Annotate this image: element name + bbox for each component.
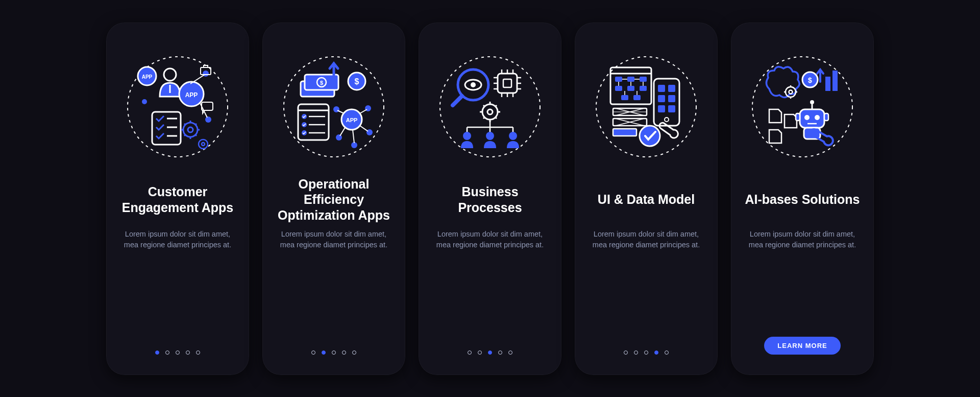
- card-description: Lorem ipsum dolor sit dim amet, mea regi…: [587, 229, 705, 250]
- card-description: Lorem ipsum dolor sit dim amet, mea regi…: [431, 229, 549, 250]
- svg-rect-116: [668, 95, 675, 102]
- svg-text:$: $: [320, 80, 323, 86]
- pager-dot-2[interactable]: [634, 351, 638, 355]
- business-processes-icon: [436, 53, 544, 160]
- pager-dot-5[interactable]: [665, 351, 669, 355]
- ai-solutions-icon: $: [749, 53, 856, 160]
- svg-point-142: [815, 115, 820, 120]
- svg-rect-113: [658, 85, 665, 92]
- svg-rect-100: [615, 86, 622, 91]
- pager-dot-1[interactable]: [155, 351, 159, 355]
- card-title: AI-bases Solutions: [745, 176, 860, 224]
- svg-point-130: [786, 87, 796, 97]
- svg-point-49: [366, 129, 373, 135]
- pager-dot-1[interactable]: [624, 351, 628, 355]
- svg-point-76: [482, 104, 498, 120]
- svg-line-53: [360, 109, 367, 113]
- card-business-processes: Business Processes Lorem ipsum dolor sit…: [419, 22, 561, 375]
- pager-dot-5[interactable]: [508, 351, 512, 355]
- svg-line-59: [453, 96, 462, 105]
- svg-rect-118: [668, 105, 675, 112]
- pager-dot-5[interactable]: [196, 351, 200, 355]
- learn-more-button[interactable]: LEARN MORE: [764, 337, 840, 355]
- svg-rect-138: [825, 77, 830, 91]
- pager-dot-1[interactable]: [311, 351, 315, 355]
- svg-text:APP: APP: [142, 74, 153, 80]
- svg-line-56: [353, 130, 354, 143]
- pager-dot-4[interactable]: [654, 351, 658, 355]
- pager-dot-4[interactable]: [186, 351, 190, 355]
- card-description: Lorem ipsum dolor sit dim amet, mea regi…: [743, 229, 862, 250]
- card-title: Customer Engagement Apps: [118, 176, 237, 224]
- svg-point-131: [789, 90, 793, 94]
- svg-rect-117: [658, 105, 665, 112]
- onboarding-card-row: APP APP: [91, 22, 889, 375]
- card-ai-solutions: $: [731, 22, 874, 375]
- pager-dot-3[interactable]: [644, 351, 648, 355]
- operational-efficiency-icon: $ $ APP: [280, 53, 387, 160]
- svg-point-145: [810, 100, 814, 104]
- pager-dot-1[interactable]: [468, 351, 472, 355]
- svg-point-119: [665, 118, 669, 122]
- svg-rect-62: [498, 74, 517, 93]
- pager-dots: [155, 351, 200, 355]
- svg-line-84: [496, 105, 497, 106]
- svg-point-29: [202, 143, 205, 146]
- card-customer-engagement: APP APP: [106, 22, 249, 375]
- svg-rect-139: [832, 71, 838, 91]
- svg-text:$: $: [808, 76, 812, 84]
- pager-dots: [624, 351, 669, 355]
- svg-point-77: [487, 109, 493, 114]
- svg-point-19: [188, 127, 193, 132]
- ui-data-model-icon: [593, 53, 700, 160]
- svg-rect-114: [668, 85, 675, 92]
- pager-dots: [311, 351, 356, 355]
- pager-dot-3[interactable]: [332, 351, 336, 355]
- svg-line-10: [190, 75, 205, 84]
- card-description: Lorem ipsum dolor sit dim amet, mea regi…: [275, 229, 393, 250]
- pager-dot-3[interactable]: [488, 351, 492, 355]
- pager-dot-3[interactable]: [176, 351, 180, 355]
- svg-rect-103: [621, 95, 628, 100]
- svg-rect-146: [796, 113, 800, 121]
- svg-rect-98: [627, 77, 634, 82]
- svg-point-93: [509, 132, 517, 140]
- svg-line-83: [483, 118, 484, 119]
- card-ui-data-model: UI & Data Model Lorem ipsum dolor sit di…: [575, 22, 718, 375]
- card-title: Operational Efficiency Optimization Apps: [275, 176, 393, 224]
- svg-point-47: [333, 106, 339, 112]
- card-title: Business Processes: [431, 176, 549, 224]
- svg-text:APP: APP: [346, 117, 358, 123]
- svg-point-141: [804, 115, 810, 120]
- pager-dot-5[interactable]: [352, 351, 356, 355]
- svg-line-55: [340, 127, 346, 136]
- svg-point-91: [463, 132, 471, 140]
- pager-dot-2[interactable]: [478, 351, 482, 355]
- svg-point-28: [199, 139, 208, 149]
- pager-dot-4[interactable]: [342, 351, 346, 355]
- svg-rect-99: [640, 77, 647, 82]
- svg-point-92: [486, 132, 494, 140]
- pager-dot-2[interactable]: [322, 351, 326, 355]
- svg-rect-101: [627, 86, 634, 91]
- customer-engagement-icon: APP APP: [124, 53, 231, 160]
- svg-rect-97: [615, 77, 622, 82]
- svg-rect-147: [824, 113, 828, 121]
- svg-point-128: [640, 126, 660, 146]
- svg-point-61: [471, 82, 476, 87]
- svg-point-8: [205, 116, 211, 123]
- svg-rect-63: [503, 79, 511, 87]
- svg-line-26: [195, 124, 197, 125]
- svg-point-18: [183, 123, 198, 137]
- svg-rect-127: [613, 129, 636, 136]
- svg-line-82: [496, 118, 497, 119]
- svg-line-27: [184, 124, 185, 125]
- svg-point-1: [164, 68, 176, 81]
- pager-dots: [468, 351, 512, 355]
- svg-point-9: [142, 99, 147, 104]
- pager-dot-2[interactable]: [165, 351, 169, 355]
- pager-dot-4[interactable]: [498, 351, 502, 355]
- svg-rect-104: [633, 95, 641, 100]
- svg-text:$: $: [355, 77, 359, 86]
- svg-line-24: [195, 135, 197, 136]
